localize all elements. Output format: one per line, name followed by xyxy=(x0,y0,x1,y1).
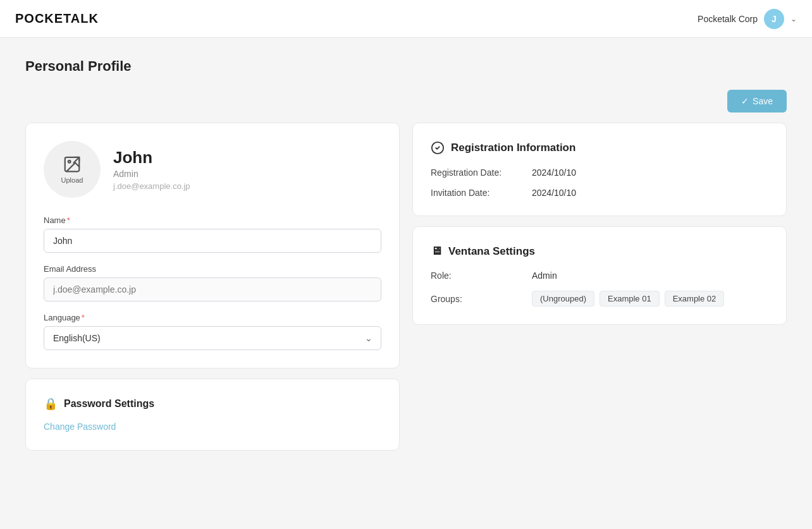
main-content: Personal Profile ✓ Save xyxy=(0,38,812,471)
reg-date-row: Registration Date: 2024/10/10 xyxy=(431,167,768,178)
profile-card: Upload John Admin j.doe@example.co.jp Na… xyxy=(25,123,400,368)
lock-icon: 🔒 xyxy=(44,397,58,411)
language-select-wrapper: English(US) Japanese French German ⌄ xyxy=(44,326,381,350)
password-section-title: 🔒 Password Settings xyxy=(44,397,381,411)
registration-card: Registration Information Registration Da… xyxy=(412,123,787,216)
profile-name: John xyxy=(113,148,190,167)
role-row: Role: Admin xyxy=(431,271,768,281)
password-card: 🔒 Password Settings Change Password xyxy=(25,379,400,451)
svg-line-2 xyxy=(74,157,80,163)
language-field-group: Language* English(US) Japanese French Ge… xyxy=(44,313,381,350)
groups-row: Groups: (Ungrouped) Example 01 Example 0… xyxy=(431,291,768,307)
avatar: J xyxy=(764,9,784,29)
check-icon: ✓ xyxy=(741,96,749,106)
app-header: POCKETALK Pocketalk Corp J ⌄ xyxy=(0,0,812,38)
group-tag-ungrouped: (Ungrouped) xyxy=(532,291,594,307)
required-star-lang: * xyxy=(82,313,85,322)
upload-label: Upload xyxy=(61,176,83,184)
profile-email: j.doe@example.co.jp xyxy=(113,181,190,191)
ventana-card: 🖥 Ventana Settings Role: Admin Groups: (… xyxy=(412,226,787,325)
email-field-group: Email Address xyxy=(44,264,381,301)
groups-tags: (Ungrouped) Example 01 Example 02 xyxy=(532,291,724,307)
role-label: Role: xyxy=(431,271,532,281)
group-tag-example01: Example 01 xyxy=(600,291,660,307)
required-star: * xyxy=(67,216,70,225)
content-columns: Upload John Admin j.doe@example.co.jp Na… xyxy=(25,123,787,451)
groups-label: Groups: xyxy=(431,294,532,304)
name-label: Name* xyxy=(44,216,381,225)
svg-point-1 xyxy=(68,161,71,163)
toolbar: ✓ Save xyxy=(25,90,787,112)
email-input[interactable] xyxy=(44,277,381,301)
name-field-group: Name* xyxy=(44,216,381,253)
group-tag-example02: Example 02 xyxy=(665,291,725,307)
logo: POCKETALK xyxy=(15,11,99,26)
profile-info: John Admin j.doe@example.co.jp xyxy=(113,148,190,191)
name-input[interactable] xyxy=(44,229,381,253)
check-circle-icon xyxy=(431,141,445,155)
ventana-title: 🖥 Ventana Settings xyxy=(431,245,768,258)
language-label: Language* xyxy=(44,313,381,322)
inv-date-label: Invitation Date: xyxy=(431,188,532,198)
chevron-down-icon: ⌄ xyxy=(790,15,797,23)
change-password-link[interactable]: Change Password xyxy=(44,422,116,432)
user-menu[interactable]: Pocketalk Corp J ⌄ xyxy=(698,9,797,29)
inv-date-row: Invitation Date: 2024/10/10 xyxy=(431,188,768,198)
company-name: Pocketalk Corp xyxy=(698,14,758,24)
page-title: Personal Profile xyxy=(25,58,787,75)
inv-date-value: 2024/10/10 xyxy=(532,188,576,198)
language-select[interactable]: English(US) Japanese French German xyxy=(44,326,381,350)
upload-avatar-button[interactable]: Upload xyxy=(44,141,101,198)
save-button[interactable]: ✓ Save xyxy=(727,90,787,112)
profile-role: Admin xyxy=(113,169,190,179)
reg-date-value: 2024/10/10 xyxy=(532,167,576,178)
right-column: Registration Information Registration Da… xyxy=(412,123,787,451)
registration-title: Registration Information xyxy=(431,141,768,155)
reg-date-label: Registration Date: xyxy=(431,167,532,178)
email-label: Email Address xyxy=(44,264,381,274)
profile-header: Upload John Admin j.doe@example.co.jp xyxy=(44,141,381,198)
role-value: Admin xyxy=(532,271,557,281)
upload-icon xyxy=(63,155,82,174)
left-column: Upload John Admin j.doe@example.co.jp Na… xyxy=(25,123,400,451)
monitor-icon: 🖥 xyxy=(431,245,442,258)
